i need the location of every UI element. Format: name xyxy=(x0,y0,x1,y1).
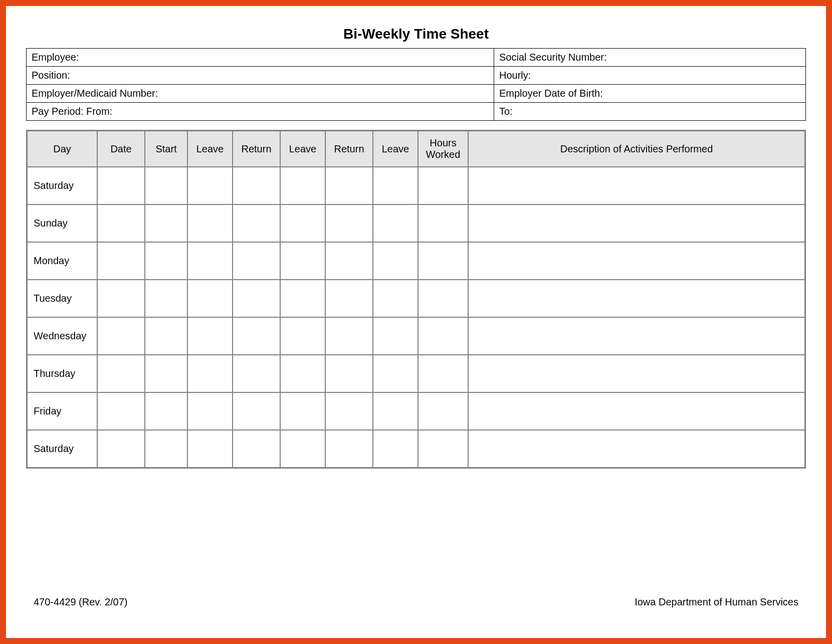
cell-start xyxy=(145,242,187,280)
table-row: Wednesday xyxy=(27,317,805,355)
cell-day: Thursday xyxy=(27,355,97,392)
table-row: Sunday xyxy=(27,204,805,242)
cell-return2 xyxy=(325,430,373,468)
header-start: Start xyxy=(145,131,187,167)
cell-day: Saturday xyxy=(27,430,97,468)
cell-return2 xyxy=(325,280,373,317)
page-title: Bi-Weekly Time Sheet xyxy=(26,26,806,42)
cell-day: Monday xyxy=(27,242,97,280)
cell-description xyxy=(468,392,805,430)
cell-return2 xyxy=(325,392,373,430)
cell-leave2 xyxy=(280,204,325,242)
cell-return1 xyxy=(233,280,280,317)
cell-leave2 xyxy=(280,355,325,392)
table-row: Tuesday xyxy=(27,280,805,317)
cell-start xyxy=(145,280,187,317)
cell-date xyxy=(97,167,145,204)
cell-hours xyxy=(418,355,468,392)
form-code: 470-4429 (Rev. 2/07) xyxy=(34,596,128,608)
info-row-employer: Employer/Medicaid Number: Employer Date … xyxy=(27,85,806,103)
cell-description xyxy=(468,167,805,204)
cell-return2 xyxy=(325,167,373,204)
cell-start xyxy=(145,430,187,468)
data-table: Day Date Start Leave Return Leave Return… xyxy=(26,130,806,469)
position-label: Position: xyxy=(27,67,494,85)
table-row: Friday xyxy=(27,392,805,430)
header-date: Date xyxy=(97,131,145,167)
cell-start xyxy=(145,392,187,430)
header-leave2: Leave xyxy=(280,131,325,167)
cell-leave2 xyxy=(280,317,325,355)
cell-day: Tuesday xyxy=(27,280,97,317)
cell-leave1 xyxy=(187,242,233,280)
cell-leave3 xyxy=(373,317,418,355)
cell-day: Friday xyxy=(27,392,97,430)
cell-leave1 xyxy=(187,430,233,468)
cell-leave3 xyxy=(373,242,418,280)
cell-leave1 xyxy=(187,355,233,392)
cell-leave2 xyxy=(280,242,325,280)
employer-dob-label: Employer Date of Birth: xyxy=(494,85,806,103)
cell-date xyxy=(97,242,145,280)
header-description: Description of Activities Performed xyxy=(468,131,805,167)
cell-hours xyxy=(418,317,468,355)
cell-leave3 xyxy=(373,280,418,317)
cell-return2 xyxy=(325,242,373,280)
info-table: Employee: Social Security Number: Positi… xyxy=(26,48,806,121)
cell-day: Wednesday xyxy=(27,317,97,355)
info-row-employee: Employee: Social Security Number: xyxy=(27,49,806,67)
cell-return2 xyxy=(325,317,373,355)
cell-return2 xyxy=(325,204,373,242)
cell-date xyxy=(97,280,145,317)
cell-leave2 xyxy=(280,280,325,317)
cell-return2 xyxy=(325,355,373,392)
cell-leave1 xyxy=(187,317,233,355)
page-wrapper: Bi-Weekly Time Sheet Employee: Social Se… xyxy=(0,0,832,644)
header-day: Day xyxy=(27,131,97,167)
cell-description xyxy=(468,280,805,317)
header-return2: Return xyxy=(325,131,373,167)
cell-description xyxy=(468,355,805,392)
cell-start xyxy=(145,204,187,242)
cell-leave2 xyxy=(280,430,325,468)
cell-day: Saturday xyxy=(27,167,97,204)
pay-period-from-label: Pay Period: From: xyxy=(27,103,494,121)
cell-leave1 xyxy=(187,167,233,204)
table-row: Thursday xyxy=(27,355,805,392)
cell-start xyxy=(145,317,187,355)
cell-date xyxy=(97,430,145,468)
hourly-label: Hourly: xyxy=(494,67,806,85)
cell-return1 xyxy=(233,242,280,280)
info-row-position: Position: Hourly: xyxy=(27,67,806,85)
info-row-pay-period: Pay Period: From: To: xyxy=(27,103,806,121)
cell-leave1 xyxy=(187,280,233,317)
cell-return1 xyxy=(233,317,280,355)
cell-return1 xyxy=(233,355,280,392)
cell-start xyxy=(145,167,187,204)
cell-leave1 xyxy=(187,392,233,430)
cell-description xyxy=(468,242,805,280)
header-leave3: Leave xyxy=(373,131,418,167)
cell-description xyxy=(468,430,805,468)
footer: 470-4429 (Rev. 2/07) Iowa Department of … xyxy=(34,596,798,608)
cell-hours xyxy=(418,430,468,468)
cell-leave3 xyxy=(373,430,418,468)
cell-leave3 xyxy=(373,392,418,430)
cell-date xyxy=(97,204,145,242)
pay-period-to-label: To: xyxy=(494,103,806,121)
cell-leave3 xyxy=(373,355,418,392)
cell-description xyxy=(468,204,805,242)
cell-return1 xyxy=(233,167,280,204)
cell-description xyxy=(468,317,805,355)
cell-date xyxy=(97,355,145,392)
department-name: Iowa Department of Human Services xyxy=(635,596,798,608)
cell-return1 xyxy=(233,392,280,430)
cell-leave1 xyxy=(187,204,233,242)
cell-leave2 xyxy=(280,392,325,430)
cell-date xyxy=(97,317,145,355)
table-row: Saturday xyxy=(27,167,805,204)
cell-start xyxy=(145,355,187,392)
cell-return1 xyxy=(233,204,280,242)
header-row: Day Date Start Leave Return Leave Return… xyxy=(27,131,805,167)
ssn-label: Social Security Number: xyxy=(494,49,806,67)
